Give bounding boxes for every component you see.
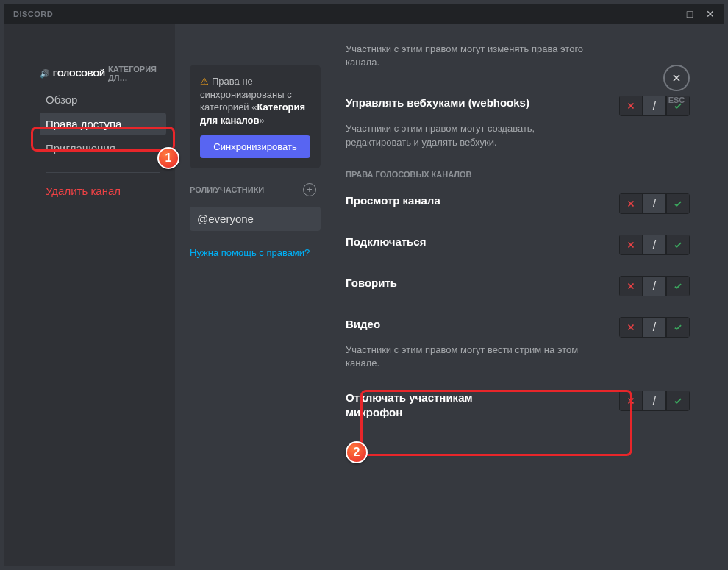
toggle-mute[interactable]: / <box>619 391 690 411</box>
role-everyone[interactable]: @everyone <box>190 207 321 231</box>
toggle-deny[interactable] <box>619 96 643 116</box>
close-area: ESC <box>663 65 690 104</box>
add-role-button[interactable]: + <box>303 183 316 196</box>
toggle-neutral[interactable]: / <box>643 317 666 338</box>
window-controls: — □ ✕ <box>659 6 721 22</box>
perm-title-speak: Говорить <box>346 276 397 291</box>
toggle-view[interactable]: / <box>619 193 690 214</box>
window-close-button[interactable]: ✕ <box>700 6 721 22</box>
close-settings-button[interactable] <box>663 65 690 91</box>
perm-view-channel: Просмотр канала / <box>346 193 690 214</box>
toggle-allow[interactable] <box>666 317 690 338</box>
app-logo: DISCORD <box>7 10 53 18</box>
roles-heading: РОЛИ/УЧАСТНИКИ + <box>190 183 321 196</box>
toggle-allow[interactable] <box>666 391 690 411</box>
toggle-neutral[interactable]: / <box>643 276 666 296</box>
toggle-deny[interactable] <box>619 193 643 214</box>
perm-title-view: Просмотр канала <box>346 193 440 208</box>
sync-button[interactable]: Синхронизировать <box>200 135 310 158</box>
permissions-help-link[interactable]: Нужна помощь с правами? <box>190 247 321 258</box>
perm-connect: Подключаться / <box>346 235 690 255</box>
warning-icon: ⚠ <box>200 76 209 87</box>
sync-card: ⚠Права не синхронизированы с категорией … <box>190 65 321 168</box>
sidebar-item-overview[interactable]: Обзор <box>40 88 166 111</box>
toggle-neutral[interactable]: / <box>643 193 666 214</box>
sidebar-heading: 🔊 ГОЛОСОВОЙ КАТЕГОРИЯ ДЛ… <box>40 65 166 82</box>
toggle-allow[interactable] <box>666 235 690 255</box>
sync-text: ⚠Права не синхронизированы с категорией … <box>200 75 310 127</box>
toggle-allow[interactable] <box>666 276 690 296</box>
toggle-speak[interactable]: / <box>619 276 690 296</box>
perm-title-video: Видео <box>346 317 380 332</box>
titlebar: DISCORD — □ ✕ <box>4 4 724 24</box>
toggle-neutral[interactable]: / <box>643 391 666 411</box>
perm-desc-video: Участники с этим правом могут вести стри… <box>346 343 596 370</box>
toggle-connect[interactable]: / <box>619 235 690 255</box>
perm-video: Видео / Участники с этим правом могут ве… <box>346 317 690 370</box>
toggle-video[interactable]: / <box>619 317 690 338</box>
toggle-deny[interactable] <box>619 317 643 338</box>
perm-mute: Отключать участникам микрофон / <box>346 391 690 419</box>
category-suffix: КАТЕГОРИЯ ДЛ… <box>108 65 166 82</box>
speaker-icon: 🔊 <box>40 69 50 79</box>
perm-desc-webhooks: Участники с этим правом могут создавать,… <box>346 122 596 149</box>
toggle-neutral[interactable]: / <box>643 235 666 255</box>
sidebar-item-delete-channel[interactable]: Удалить канал <box>40 174 166 202</box>
perm-title-webhooks: Управлять вебхуками (webhooks) <box>346 96 529 110</box>
toggle-allow[interactable] <box>666 193 690 214</box>
perm-webhooks: Управлять вебхуками (webhooks) / Участни… <box>346 96 690 149</box>
settings-sidebar: 🔊 ГОЛОСОВОЙ КАТЕГОРИЯ ДЛ… Обзор Права до… <box>4 24 175 566</box>
roles-column: ⚠Права не синхронизированы с категорией … <box>175 24 329 566</box>
maximize-button[interactable]: □ <box>679 6 700 22</box>
minimize-button[interactable]: — <box>659 6 679 22</box>
perm-title-mute: Отключать участникам микрофон <box>346 391 493 419</box>
perm-speak: Говорить / <box>346 276 690 296</box>
toggle-deny[interactable] <box>619 276 643 296</box>
sidebar-item-permissions[interactable]: Права доступа <box>40 113 166 135</box>
toggle-deny[interactable] <box>619 391 643 411</box>
toggle-deny[interactable] <box>619 235 643 255</box>
permissions-column: Участники с этим правом могут изменять п… <box>329 24 724 566</box>
channel-name: ГОЛОСОВОЙ <box>53 69 105 78</box>
esc-label: ESC <box>663 96 690 104</box>
sidebar-item-invites[interactable]: Приглашения <box>40 137 166 160</box>
perm-desc-top: Участники с этим правом могут изменять п… <box>346 43 596 69</box>
perm-title-connect: Подключаться <box>346 235 426 249</box>
voice-perms-heading: ПРАВА ГОЛОСОВЫХ КАНАЛОВ <box>346 170 690 179</box>
